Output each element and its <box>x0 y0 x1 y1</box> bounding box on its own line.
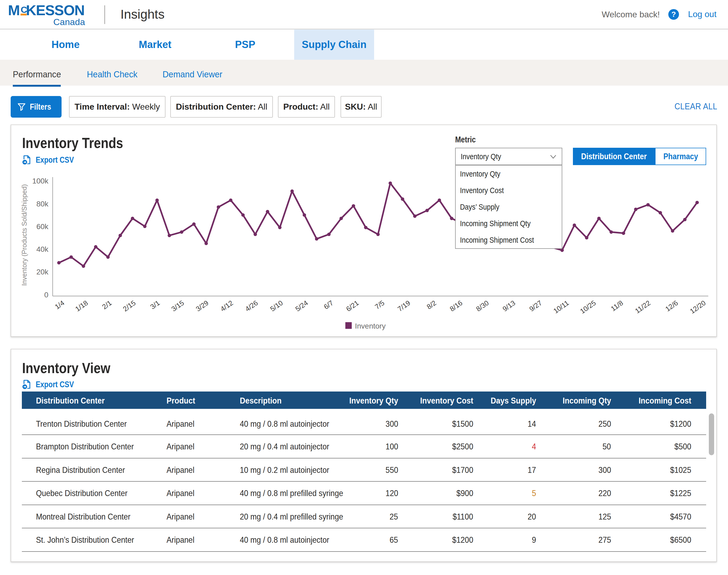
svg-text:80k: 80k <box>36 200 48 208</box>
svg-text:9/27: 9/27 <box>528 299 544 313</box>
svg-text:9/13: 9/13 <box>501 299 517 313</box>
svg-text:11/8: 11/8 <box>610 299 625 313</box>
svg-text:6/21: 6/21 <box>344 299 360 313</box>
svg-text:8/2: 8/2 <box>425 299 438 311</box>
svg-text:5/24: 5/24 <box>294 299 310 313</box>
svg-text:10/25: 10/25 <box>579 299 597 315</box>
svg-text:Inventory (Products Sold/Shipp: Inventory (Products Sold/Shipped) <box>21 184 28 286</box>
svg-text:5/10: 5/10 <box>268 299 284 313</box>
svg-text:7/19: 7/19 <box>396 299 412 313</box>
svg-text:4/26: 4/26 <box>244 299 259 313</box>
svg-text:11/22: 11/22 <box>634 299 652 315</box>
svg-text:8/16: 8/16 <box>448 299 464 313</box>
svg-text:1/4: 1/4 <box>53 299 66 311</box>
svg-text:0: 0 <box>44 291 48 299</box>
svg-text:20k: 20k <box>36 268 48 276</box>
svg-text:40k: 40k <box>36 245 48 253</box>
svg-text:4/12: 4/12 <box>219 299 235 313</box>
svg-text:8/30: 8/30 <box>475 299 490 313</box>
svg-text:12/20: 12/20 <box>688 299 707 315</box>
svg-text:1/18: 1/18 <box>74 299 89 313</box>
svg-text:7/5: 7/5 <box>373 299 386 311</box>
svg-text:Inventory: Inventory <box>355 322 386 330</box>
svg-text:60k: 60k <box>36 223 48 231</box>
svg-text:2/15: 2/15 <box>121 299 137 313</box>
svg-text:10/11: 10/11 <box>552 299 570 315</box>
svg-text:6/7: 6/7 <box>322 299 335 311</box>
svg-text:3/29: 3/29 <box>194 299 210 313</box>
svg-text:100k: 100k <box>32 177 49 185</box>
svg-text:3/1: 3/1 <box>149 299 161 311</box>
svg-text:12/6: 12/6 <box>664 299 680 313</box>
svg-text:3/15: 3/15 <box>170 299 185 313</box>
svg-text:2/1: 2/1 <box>101 299 113 311</box>
